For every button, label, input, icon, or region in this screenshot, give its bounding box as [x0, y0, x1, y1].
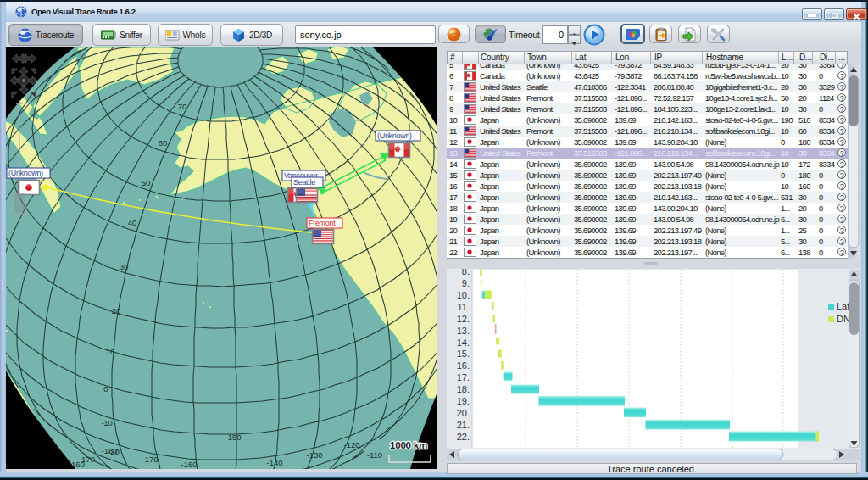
svg-text:1000 km: 1000 km — [390, 440, 427, 450]
svg-text:11.: 11. — [458, 302, 470, 312]
svg-text:20: 20 — [112, 306, 121, 315]
svg-text:10.: 10. — [457, 290, 470, 300]
svg-text:-120: -120 — [343, 440, 359, 449]
svg-text:16.: 16. — [457, 360, 470, 371]
svg-text:-170: -170 — [142, 455, 158, 464]
svg-text:-150: -150 — [225, 433, 241, 442]
svg-text:-10: -10 — [101, 418, 113, 427]
svg-text:30: 30 — [120, 262, 129, 271]
svg-text:9.: 9. — [462, 278, 470, 288]
svg-text:17.: 17. — [457, 372, 470, 382]
svg-text:8.: 8. — [462, 269, 470, 276]
svg-text:(Unknown): (Unknown) — [8, 169, 43, 177]
svg-text:18.: 18. — [457, 384, 470, 394]
svg-text:70: 70 — [178, 102, 187, 111]
svg-text:14.: 14. — [457, 338, 470, 348]
svg-text:13.: 13. — [457, 326, 470, 336]
svg-text:-140: -140 — [266, 458, 282, 467]
svg-text:21.: 21. — [457, 420, 470, 430]
svg-text:40: 40 — [128, 218, 137, 227]
svg-text:-110: -110 — [367, 450, 382, 460]
svg-text:(Unknown): (Unknown) — [377, 131, 412, 140]
svg-text:50: 50 — [142, 178, 151, 187]
svg-text:12.: 12. — [457, 314, 470, 324]
svg-text:15.: 15. — [457, 349, 470, 359]
svg-text:Fremont: Fremont — [309, 219, 336, 227]
svg-text:10: 10 — [106, 347, 115, 356]
svg-text:22.: 22. — [457, 432, 470, 442]
svg-text:-160: -160 — [181, 460, 197, 469]
svg-text:Seattle: Seattle — [293, 178, 315, 187]
svg-text:0: 0 — [103, 384, 108, 393]
svg-text:-130: -130 — [306, 450, 322, 460]
svg-text:170: 170 — [81, 455, 95, 464]
svg-text:19.: 19. — [457, 396, 470, 406]
svg-text:DN: DN — [837, 314, 850, 324]
svg-text:-180: -180 — [101, 446, 117, 455]
svg-text:60: 60 — [159, 138, 168, 148]
svg-text:20.: 20. — [457, 408, 470, 418]
svg-text:Lat: Lat — [837, 301, 849, 311]
